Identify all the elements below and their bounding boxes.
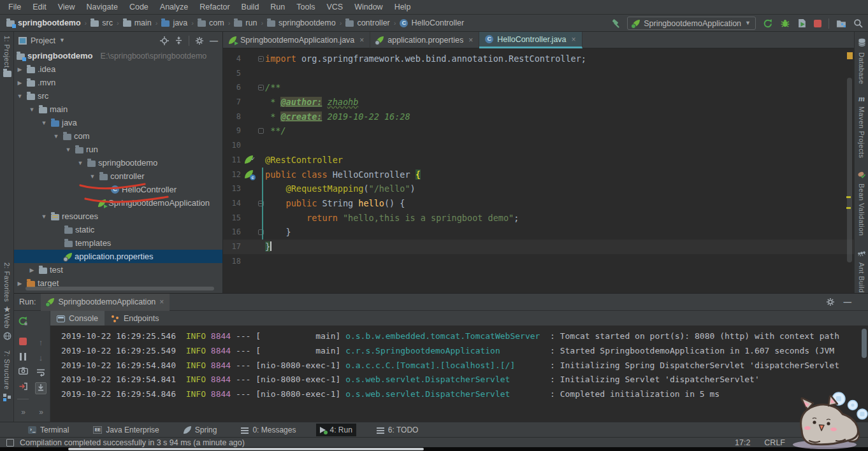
pause-output-button[interactable]	[14, 353, 32, 361]
project-view-dropdown-icon[interactable]: ▼	[59, 36, 65, 45]
fold-marker[interactable]: −	[256, 80, 265, 95]
project-structure-button[interactable]	[836, 19, 846, 28]
tree-item-java[interactable]: ▼java	[14, 116, 222, 129]
stop-button[interactable]	[814, 20, 821, 27]
menu-item-run[interactable]: Run	[264, 1, 291, 13]
caret-position[interactable]: 17:2	[735, 438, 750, 447]
breadcrumb-item-com[interactable]: com	[198, 18, 224, 27]
run-with-coverage-button[interactable]	[797, 18, 807, 28]
toolwindow-toggle-icon[interactable]	[6, 439, 14, 447]
hide-panel-button[interactable]: —	[210, 36, 218, 45]
debug-button[interactable]	[780, 18, 790, 28]
menu-item-help[interactable]: Help	[389, 1, 417, 13]
close-icon[interactable]: ×	[572, 35, 576, 44]
close-icon[interactable]: ×	[359, 36, 364, 45]
warning-stripe-tick[interactable]	[846, 207, 851, 209]
code-editor[interactable]: 4−import org.springframework.web.bind.an…	[223, 48, 854, 293]
breadcrumb-item-hellocontroller[interactable]: HelloController	[400, 18, 464, 27]
menu-item-tools[interactable]: Tools	[291, 1, 321, 13]
fold-start-icon[interactable]: −	[258, 85, 264, 90]
tool-window-button-bean-validation[interactable]: Bean Validation	[855, 169, 868, 236]
tree-item-controller[interactable]: ▼controller	[14, 169, 222, 183]
settings-gear-icon[interactable]	[195, 36, 204, 45]
editor-tab-hellocontroller-java[interactable]: HelloController.java×	[479, 32, 582, 48]
chevron-right-icon[interactable]: ▶	[15, 80, 24, 86]
tree-item-application-properties[interactable]: application.properties	[14, 250, 222, 263]
fold-start-icon[interactable]: −	[258, 56, 264, 62]
tree-item-resources[interactable]: ▼resources	[14, 210, 222, 223]
exit-button[interactable]	[14, 382, 32, 390]
console-scrollbar[interactable]	[862, 329, 867, 358]
breadcrumb-item-java[interactable]: java	[161, 18, 187, 27]
tool-window-button-web[interactable]: Web	[0, 313, 14, 342]
tool-window-button-0-messages[interactable]: 0: Messages	[237, 424, 300, 436]
prev-occurrence-button[interactable]: ↑	[32, 338, 50, 347]
chevron-down-icon[interactable]: ▼	[52, 133, 61, 140]
tree-item-src[interactable]: ▼src	[14, 89, 222, 103]
error-stripe-mark[interactable]	[847, 52, 853, 59]
run-session-tab[interactable]: SpringbootdemoApplication ×	[41, 294, 170, 311]
run-view-tab-endpoints[interactable]: Endpoints	[105, 311, 166, 326]
editor-tab-application-properties[interactable]: application.properties×	[370, 32, 479, 48]
fold-marker[interactable]	[256, 225, 265, 240]
fold-marker[interactable]: −	[256, 196, 265, 211]
fold-marker[interactable]	[256, 124, 265, 138]
chevron-down-icon[interactable]: ▼	[88, 173, 97, 180]
chevron-right-icon[interactable]: ▶	[15, 280, 24, 287]
menu-item-view[interactable]: View	[52, 1, 81, 13]
menu-item-navigate[interactable]: Navigate	[81, 1, 124, 13]
tree-item-springbootdemo[interactable]: springbootdemoE:\springboot\springbootde…	[14, 49, 222, 62]
menu-item-build[interactable]: Build	[236, 1, 265, 13]
tool-window-button-7-structure[interactable]: 7: Structure	[0, 350, 14, 401]
chevron-down-icon[interactable]: ▼	[40, 120, 48, 126]
locate-file-button[interactable]	[160, 36, 169, 45]
menu-item-analyze[interactable]: Analyze	[154, 1, 194, 13]
tool-window-button-database[interactable]: Database	[855, 38, 868, 84]
chevron-down-icon[interactable]: ▼	[64, 147, 73, 153]
tree-item-springbootdemoapplication[interactable]: SpringbootdemoApplication	[14, 196, 222, 210]
tree-item-com[interactable]: ▼com	[14, 129, 222, 143]
menu-item-vcs[interactable]: VCS	[321, 1, 349, 13]
menu-item-file[interactable]: File	[3, 1, 27, 13]
chevron-right-icon[interactable]: ▶	[27, 267, 36, 273]
search-everywhere-button[interactable]	[853, 18, 863, 28]
breadcrumb-item-controller[interactable]: controller	[345, 18, 389, 27]
breadcrumb-item-springbootdemo[interactable]: springbootdemo	[267, 18, 336, 27]
tree-item-test[interactable]: ▶test	[14, 263, 222, 276]
project-panel-title[interactable]: Project	[31, 36, 55, 45]
tool-window-button-spring[interactable]: Spring	[180, 424, 221, 436]
soft-wrap-button[interactable]	[32, 368, 50, 376]
fold-end-icon[interactable]	[258, 128, 264, 134]
more-console-actions-button[interactable]: »	[32, 408, 50, 417]
run-panel-settings-gear-icon[interactable]	[826, 297, 835, 306]
tool-window-button-2-favorites[interactable]: 2: Favorites★	[0, 262, 14, 313]
tree-item-static[interactable]: static	[14, 223, 222, 236]
close-icon[interactable]: ×	[159, 297, 164, 306]
tree-item--idea[interactable]: ▶.idea	[14, 62, 222, 76]
breadcrumb-item-run[interactable]: run	[234, 18, 257, 27]
chevron-down-icon[interactable]: ▼	[76, 160, 85, 166]
rerun-application-button[interactable]	[14, 316, 32, 326]
more-actions-button[interactable]: »	[14, 408, 32, 417]
warning-stripe-tick[interactable]	[846, 196, 851, 198]
hide-run-panel-button[interactable]: —	[844, 297, 852, 306]
stop-process-button[interactable]	[14, 338, 32, 345]
tool-window-button-1-project[interactable]: 1: Project	[0, 36, 14, 77]
breadcrumb-item-springbootdemo[interactable]: springbootdemo	[6, 18, 81, 27]
tool-window-button-ant-build[interactable]: Ant Build	[855, 248, 868, 293]
tree-item-main[interactable]: ▼main	[14, 103, 222, 116]
console-output[interactable]: 2019-10-22 16:29:25.546 INFO 8844 --- [ …	[50, 326, 868, 422]
menu-item-refactor[interactable]: Refactor	[194, 1, 235, 13]
tree-item--mvn[interactable]: ▶.mvn	[14, 76, 222, 89]
menu-item-edit[interactable]: Edit	[27, 1, 52, 13]
next-occurrence-button[interactable]: ↓	[32, 353, 50, 362]
scroll-to-end-button[interactable]	[32, 382, 50, 394]
fold-marker[interactable]: −	[256, 52, 265, 66]
chevron-down-icon[interactable]: ▼	[40, 213, 48, 220]
thread-dump-camera-button[interactable]	[14, 367, 32, 375]
run-configuration-select[interactable]: SpringbootdemoApplication ▼	[627, 17, 756, 30]
tree-item-templates[interactable]: templates	[14, 236, 222, 250]
collapse-all-button[interactable]	[175, 36, 183, 45]
tool-window-button-terminal[interactable]: Terminal	[24, 424, 73, 436]
run-view-tab-console[interactable]: Console	[50, 311, 105, 326]
